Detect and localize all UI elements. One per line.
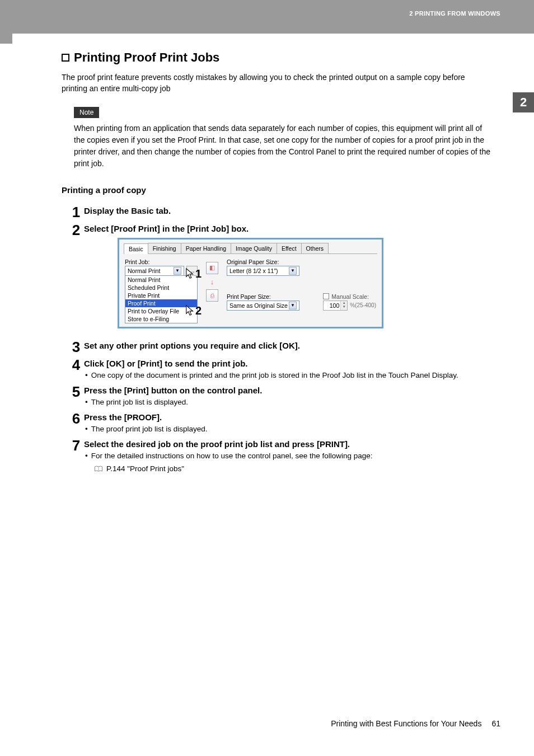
tab-finishing[interactable]: Finishing: [148, 243, 181, 253]
step-number: 5: [68, 384, 84, 399]
step-title: Press the [PROOF].: [84, 412, 493, 422]
print-paper-size-combo[interactable]: Same as Original Size ▼: [227, 300, 299, 311]
callout-1: 1: [185, 267, 202, 280]
step-3: 3 Set any other print options you requir…: [68, 340, 493, 354]
print-job-value: Normal Print: [128, 267, 160, 274]
cross-reference: P.144 "Proof Print jobs": [94, 463, 493, 475]
intro-paragraph: The proof print feature prevents costly …: [62, 72, 493, 95]
print-job-combo[interactable]: Normal Print ▼: [125, 266, 184, 276]
dialog-mid-icons: ◧ ↓ ⎙: [203, 259, 221, 323]
page-number: 61: [491, 719, 500, 728]
manual-scale-value[interactable]: [324, 301, 340, 310]
tab-basic[interactable]: Basic: [124, 243, 148, 254]
section-title-text: Printing Proof Print Jobs: [74, 50, 219, 65]
running-head: 2 PRINTING FROM WINDOWS: [409, 10, 500, 17]
step-number: 6: [68, 411, 84, 426]
step-4: 4 Click [OK] or [Print] to send the prin…: [68, 358, 493, 381]
step-number: 1: [68, 205, 84, 219]
step-title: Select the desired job on the proof prin…: [84, 439, 493, 449]
chevron-down-icon: ▼: [289, 302, 297, 309]
page-footer: Printing with Best Functions for Your Ne…: [331, 719, 500, 728]
dialog-right-column: Original Paper Size: Letter (8 1/2 x 11"…: [227, 259, 376, 323]
header-overhang: [0, 34, 12, 44]
cursor-icon: [185, 267, 195, 280]
printer-icon: ⎙: [206, 289, 218, 302]
step-5: 5 Press the [Print] button on the contro…: [68, 384, 493, 408]
print-job-group: Print Job: Normal Print ▼ ... Normal Pri…: [125, 259, 198, 323]
step-subtext: •For the detailed instructions on how to…: [85, 450, 493, 475]
step-title: Display the Basic tab.: [84, 206, 493, 215]
cursor-icon: [185, 304, 195, 317]
step-2: 2 Select [Proof Print] in the [Print Job…: [68, 223, 493, 336]
original-paper-size-label: Original Paper Size:: [227, 259, 314, 265]
step-subtext: •The proof print job list is displayed.: [85, 424, 493, 435]
footer-text: Printing with Best Functions for Your Ne…: [331, 719, 481, 728]
square-bullet-icon: [62, 54, 69, 62]
step-number: 3: [68, 340, 84, 354]
chevron-down-icon: ▼: [289, 267, 297, 275]
option-scheduled-print[interactable]: Scheduled Print: [125, 284, 197, 292]
note-text: When printing from an application that s…: [74, 123, 493, 170]
step-1: 1 Display the Basic tab.: [68, 205, 493, 219]
tab-image-quality[interactable]: Image Quality: [231, 243, 277, 253]
spinner-buttons[interactable]: ▲▼: [340, 301, 347, 310]
print-dialog-screenshot: Basic Finishing Paper Handling Image Qua…: [118, 238, 383, 328]
book-icon: [94, 466, 103, 472]
original-paper-size-value: Letter (8 1/2 x 11"): [229, 267, 278, 274]
step-number: 4: [68, 358, 84, 372]
manual-scale-range: %(25-400): [350, 302, 376, 308]
step-title: Press the [Print] button on the control …: [84, 386, 493, 395]
print-job-label: Print Job:: [125, 259, 198, 265]
step-number: 7: [68, 438, 84, 453]
tab-paper-handling[interactable]: Paper Handling: [181, 243, 231, 253]
step-7: 7 Select the desired job on the proof pr…: [68, 438, 493, 475]
step-title: Click [OK] or [Print] to send the print …: [84, 359, 493, 368]
steps-list: 1 Display the Basic tab. 2 Select [Proof…: [68, 205, 493, 475]
paper-size-icon: ◧: [206, 262, 218, 274]
tab-effect[interactable]: Effect: [277, 243, 302, 253]
subheading: Printing a proof copy: [62, 185, 493, 195]
page-content: Printing Proof Print Jobs The proof prin…: [62, 50, 493, 478]
callout-2: 2: [185, 304, 202, 317]
checkbox-icon: [323, 293, 329, 299]
step-number: 2: [68, 223, 84, 237]
step-title: Select [Proof Print] in the [Print Job] …: [84, 224, 493, 233]
manual-scale-checkbox[interactable]: Manual Scale:: [323, 293, 376, 300]
option-private-print[interactable]: Private Print: [125, 292, 197, 299]
step-title: Set any other print options you require …: [84, 341, 493, 350]
note-block: Note When printing from an application t…: [74, 107, 493, 170]
chevron-down-icon: ▼: [174, 267, 181, 275]
print-paper-size-label: Print Paper Size:: [227, 293, 314, 300]
section-title: Printing Proof Print Jobs: [62, 50, 493, 65]
down-arrow-icon: ↓: [210, 278, 214, 286]
header-bar: 2 PRINTING FROM WINDOWS: [0, 0, 534, 34]
manual-scale-spinner[interactable]: ▲▼: [323, 300, 348, 311]
note-label: Note: [74, 107, 99, 118]
tab-others[interactable]: Others: [301, 243, 329, 253]
step-subtext: •The print job list is displayed.: [85, 397, 493, 408]
cross-reference-text: P.144 "Proof Print jobs": [106, 463, 184, 475]
print-paper-size-value: Same as Original Size: [229, 302, 288, 309]
chapter-tab: 2: [513, 92, 534, 112]
step-subtext: •One copy of the document is printed and…: [85, 370, 493, 381]
dialog-tabs: Basic Finishing Paper Handling Image Qua…: [124, 243, 377, 254]
manual-scale-label: Manual Scale:: [331, 293, 369, 300]
step-6: 6 Press the [PROOF]. •The proof print jo…: [68, 411, 493, 435]
original-paper-size-combo[interactable]: Letter (8 1/2 x 11") ▼: [227, 266, 299, 276]
